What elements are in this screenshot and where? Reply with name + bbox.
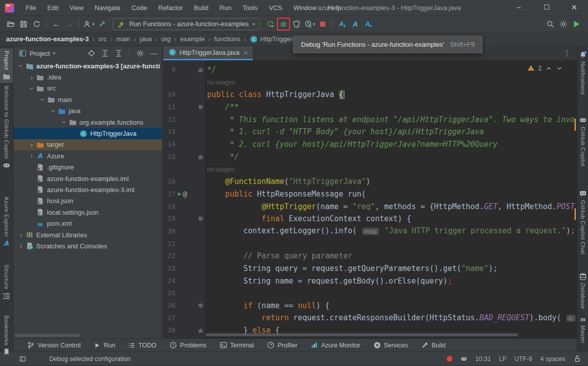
line-number[interactable]: 25 — [163, 287, 175, 300]
line-number[interactable]: 16 — [163, 175, 175, 188]
toolwindow-azure-monitor[interactable]: Azure Monitor — [304, 339, 367, 351]
fold-marker-icon[interactable] — [199, 155, 203, 159]
line-number[interactable]: 19 — [163, 213, 175, 225]
gutter[interactable]: 10 — [163, 88, 204, 101]
indent-style[interactable]: 4 spaces — [540, 355, 565, 362]
gutter[interactable]: 14 — [163, 138, 204, 151]
stripe-item-structure[interactable]: Structure — [0, 262, 13, 302]
gutter[interactable]: 21 — [163, 238, 204, 250]
tree-item-httptriggerjava[interactable]: CHttpTriggerJava — [14, 128, 162, 139]
fold-marker-icon[interactable] — [199, 68, 203, 72]
fold-marker-icon[interactable] — [199, 304, 203, 308]
menu-edit[interactable]: Edit — [42, 0, 64, 16]
line-number[interactable]: 24 — [163, 275, 175, 288]
gutter[interactable]: 26 — [163, 300, 204, 312]
tree-item-gitignore[interactable]: .gitignore — [14, 162, 162, 173]
gutter[interactable]: 23 — [163, 262, 204, 275]
close-icon[interactable]: × — [243, 48, 248, 57]
fold-marker-icon[interactable] — [199, 105, 203, 110]
toolwindow-problems[interactable]: Problems — [163, 339, 213, 351]
line-number[interactable]: 15 — [163, 151, 175, 163]
copilot-status-icon[interactable] — [460, 355, 467, 362]
layout-icon[interactable] — [19, 355, 26, 362]
line-ending[interactable]: LF — [499, 355, 507, 362]
line-number[interactable]: 14 — [163, 138, 175, 151]
gutter[interactable]: 24 — [163, 275, 204, 288]
ide-plugin-button[interactable] — [570, 18, 583, 31]
line-number[interactable]: 13 — [163, 126, 175, 138]
expand-all-button[interactable] — [100, 48, 110, 58]
vcs-user-button[interactable]: ▾ — [82, 18, 95, 31]
tree-item-src[interactable]: ›src — [14, 83, 162, 94]
line-number[interactable]: 22 — [163, 250, 175, 262]
stripe-item-welcome-to-github-copilot[interactable]: Welcome to GitHub Copilot — [0, 83, 13, 172]
tree-chevron-icon[interactable]: › — [17, 242, 25, 249]
tree-item-pom-xml[interactable]: mpom.xml — [14, 218, 162, 229]
debug-button[interactable] — [277, 18, 290, 31]
hide-panel-button[interactable]: — — [149, 48, 159, 58]
gutter[interactable]: 28 — [163, 324, 204, 337]
tree-chevron-icon[interactable]: › — [28, 74, 36, 81]
breadcrumb-functions[interactable]: functions — [214, 35, 240, 43]
search-everywhere-button[interactable] — [544, 18, 557, 31]
azure-deploy-button[interactable]: A — [336, 18, 349, 31]
toolwindow-run[interactable]: Run — [87, 339, 122, 351]
fold-zone[interactable] — [198, 304, 204, 308]
fold-zone[interactable] — [198, 328, 204, 333]
forward-button[interactable]: → — [63, 18, 76, 31]
code-area[interactable]: 9*/no usages10public class HttpTriggerJa… — [163, 60, 577, 338]
stripe-item-notifications[interactable]: Notifications — [577, 48, 588, 98]
gutter[interactable]: 17▶@ — [163, 188, 204, 201]
next-issue-icon[interactable] — [556, 65, 563, 72]
warning-stripe-mark[interactable] — [574, 208, 576, 220]
gutter[interactable]: 20 — [163, 225, 204, 238]
menu-file[interactable]: File — [20, 0, 42, 16]
tree-item-host-json[interactable]: host.json — [14, 196, 162, 207]
tree-chevron-icon[interactable]: › — [18, 62, 25, 70]
tab-httptriggerjava[interactable]: C HttpTriggerJava.java × — [163, 46, 253, 60]
gutter[interactable]: 13 — [163, 126, 204, 138]
run-button[interactable] — [264, 18, 277, 31]
open-button[interactable] — [4, 18, 17, 31]
tree-chevron-icon[interactable]: › — [28, 84, 35, 93]
line-number[interactable]: 29 — [163, 337, 175, 338]
editor-hscrollbar[interactable] — [206, 333, 518, 336]
maximize-button[interactable]: ☐ — [533, 0, 560, 16]
fold-zone[interactable] — [198, 68, 204, 72]
line-number[interactable]: 10 — [163, 88, 175, 101]
gutter[interactable] — [163, 163, 204, 176]
gutter[interactable]: 9 — [163, 64, 204, 76]
tree-chevron-icon[interactable]: › — [28, 141, 36, 148]
caret-position[interactable]: 10:31 — [475, 355, 491, 362]
tree-item-azure-function-examples-3-azure-functi[interactable]: ›azure-function-examples-3 [azure-functi — [14, 60, 162, 71]
breadcrumb-org[interactable]: org — [161, 35, 171, 43]
fold-marker-icon[interactable] — [199, 217, 203, 221]
menu-view[interactable]: View — [64, 0, 89, 16]
gutter[interactable]: 22 — [163, 250, 204, 262]
gutter[interactable]: 19 — [163, 213, 204, 225]
stripe-item-project[interactable]: Project — [0, 48, 13, 83]
toolwindow-terminal[interactable]: Terminal — [213, 339, 260, 351]
line-number[interactable]: 17 — [163, 188, 175, 201]
warning-stripe-mark[interactable] — [574, 119, 576, 131]
crosshair-button[interactable] — [86, 48, 96, 58]
stripe-item-database[interactable]: Database — [577, 270, 588, 312]
breadcrumb-java[interactable]: java — [140, 35, 152, 43]
azure-add-button[interactable]: A — [362, 18, 375, 31]
run-method-icon[interactable]: ▶ — [178, 188, 181, 201]
collapse-all-button[interactable] — [114, 48, 124, 58]
back-button[interactable]: ← — [50, 18, 63, 31]
tree-item-java[interactable]: ›java — [14, 106, 162, 117]
line-number[interactable]: 26 — [163, 300, 175, 312]
menu-vcs[interactable]: VCS — [263, 0, 288, 16]
fold-marker-icon[interactable] — [199, 328, 203, 333]
gutter[interactable]: 29 — [163, 337, 204, 338]
tree-chevron-icon[interactable]: › — [17, 231, 25, 238]
prev-issue-icon[interactable] — [545, 65, 552, 72]
toolwindow-profiler[interactable]: Profiler — [260, 339, 304, 351]
tree-chevron-icon[interactable]: › — [50, 107, 57, 115]
encoding[interactable]: UTF-8 — [515, 355, 532, 362]
more-options-icon[interactable]: ⋮ — [563, 48, 571, 58]
menu-run[interactable]: Run — [214, 0, 237, 16]
toolwindow-version-control[interactable]: Version Control — [21, 339, 87, 351]
